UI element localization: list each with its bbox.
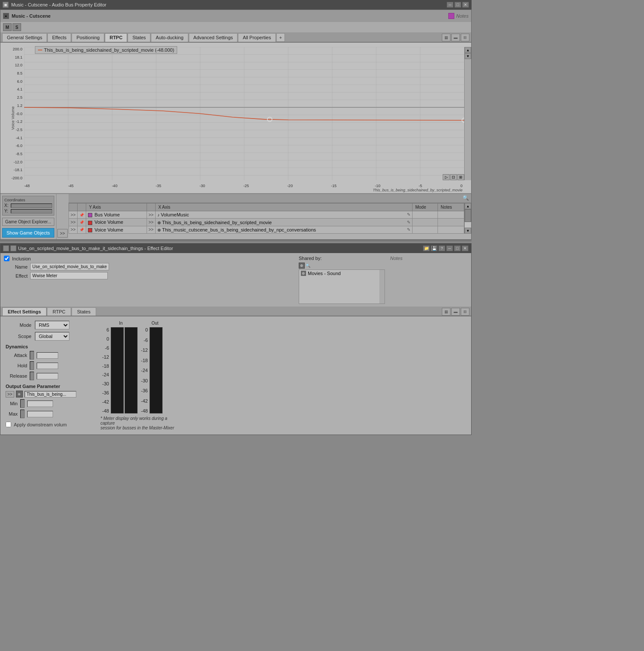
- s-button[interactable]: S: [13, 23, 21, 31]
- min-slider[interactable]: [20, 399, 25, 408]
- table-row[interactable]: >> 📌 Voice Volume >> ⊕ This_music_cutsce…: [69, 226, 464, 233]
- color-indicator[interactable]: [448, 13, 454, 19]
- row1-edit-icon[interactable]: ✎: [407, 212, 410, 217]
- chart-tool-1[interactable]: ▷: [443, 174, 450, 180]
- effect-tab-rtpc[interactable]: RTPC: [47, 307, 71, 316]
- shared-by-label: Shared by:: [299, 256, 385, 261]
- game-object-explorer-button[interactable]: Game Object Explorer...: [2, 218, 54, 226]
- table-scroll-down[interactable]: ▼: [465, 228, 471, 234]
- tab-auto-ducking[interactable]: Auto-ducking: [151, 33, 188, 42]
- tab-rtpc[interactable]: RTPC: [105, 33, 127, 42]
- row1-color: [88, 213, 92, 217]
- row2-notes: [438, 219, 464, 226]
- effect-close-button[interactable]: ✕: [462, 245, 469, 251]
- release-value[interactable]: 0.06: [37, 373, 58, 379]
- row3-edit-icon[interactable]: ✎: [407, 227, 410, 232]
- close-button[interactable]: ✕: [462, 2, 469, 8]
- table-scroll-thumb[interactable]: [465, 209, 471, 222]
- scope-select[interactable]: Global: [35, 332, 69, 341]
- col-y-axis: Y Axis: [86, 203, 147, 211]
- tab-all-properties[interactable]: All Properties: [238, 33, 275, 42]
- table-vscrollbar[interactable]: ▲ ▼: [464, 203, 471, 234]
- shared-item-label: Movies - Sound: [308, 271, 341, 276]
- y-coord-row: Y:: [4, 209, 52, 213]
- effect-view-icon-3[interactable]: ⊞: [461, 308, 469, 316]
- effect-tab-states[interactable]: States: [72, 307, 96, 316]
- effect-minimize-button[interactable]: ─: [446, 245, 453, 251]
- effect-save-button[interactable]: 💾: [431, 245, 438, 251]
- attack-label: Attack: [6, 353, 27, 358]
- chart-tool-2[interactable]: ⊡: [450, 174, 457, 180]
- effect-view-icon-2[interactable]: ▬: [451, 308, 460, 316]
- y-label-2: 2.5: [17, 95, 22, 100]
- max-value[interactable]: 0: [27, 411, 53, 417]
- mode-select[interactable]: RMS: [35, 321, 69, 329]
- effect-header: Inclusion Name Use_on_scripted_movie_bus…: [0, 253, 471, 307]
- main-title: Music - Cutscene - Audio Bus Property Ed…: [11, 2, 106, 7]
- min-value[interactable]: -48: [27, 401, 53, 407]
- param-arrow[interactable]: >>: [6, 391, 14, 397]
- effect-file-button[interactable]: 📁: [423, 245, 430, 251]
- scroll-down-arrow[interactable]: ▼: [465, 53, 471, 59]
- row2-edit-icon[interactable]: ✎: [407, 220, 410, 225]
- apply-downstream-checkbox[interactable]: [6, 422, 11, 427]
- table-row[interactable]: >> 📌 Voice Volume >> ⊕ This_bus_is_being…: [69, 219, 464, 226]
- effect-help-button[interactable]: ?: [438, 245, 445, 251]
- out-bar: [150, 327, 163, 413]
- maximize-button[interactable]: □: [454, 2, 461, 8]
- chart-svg[interactable]: [24, 47, 464, 180]
- show-game-objects-button[interactable]: Show Game Objects: [2, 228, 54, 238]
- x-label-20: -20: [287, 184, 293, 188]
- tab-advanced-settings[interactable]: Advanced Settings: [189, 33, 238, 42]
- name-field-value[interactable]: Use_on_scripted_movie_bus_to_make: [30, 263, 109, 270]
- arrow-column: >>: [56, 194, 69, 239]
- minimize-button[interactable]: ─: [447, 2, 453, 8]
- tab-positioning[interactable]: Positioning: [72, 33, 104, 42]
- effect-maximize-button[interactable]: □: [454, 245, 461, 251]
- mode-row: Mode RMS: [6, 321, 92, 329]
- effect-view-icon-1[interactable]: ▦: [442, 308, 450, 316]
- attack-slider[interactable]: [30, 351, 34, 360]
- shared-scrollbar[interactable]: [379, 270, 385, 304]
- panel-header-right: Notes: [448, 13, 469, 19]
- tab-effects[interactable]: Effects: [47, 33, 71, 42]
- row2-arrow: >>: [69, 219, 78, 226]
- tab-view-icon-1[interactable]: ▦: [442, 34, 450, 41]
- hold-slider[interactable]: [30, 361, 34, 370]
- tab-states[interactable]: States: [128, 33, 150, 42]
- search-icon[interactable]: 🔍: [463, 195, 469, 202]
- y-label-n18: -18.1: [13, 168, 22, 172]
- tab-view-icon-3[interactable]: ⊞: [461, 34, 469, 41]
- tab-view-icon-2[interactable]: ▬: [451, 34, 460, 41]
- hold-value[interactable]: 0: [37, 363, 58, 369]
- m-button[interactable]: M: [3, 23, 12, 31]
- effect-tab-settings[interactable]: Effect Settings: [2, 307, 47, 316]
- tab-general-settings[interactable]: General Settings: [2, 33, 47, 42]
- inclusion-checkbox[interactable]: [4, 256, 9, 261]
- y-label-8: 8.5: [17, 71, 22, 75]
- release-slider[interactable]: [30, 372, 34, 380]
- dynamics-label: Dynamics: [6, 344, 92, 349]
- chart-vscrollbar[interactable]: ▲ ▼: [464, 47, 471, 180]
- table-row[interactable]: >> 📌 Bus Volume >> ♪ VolumeMusic ✎: [69, 211, 464, 219]
- max-slider[interactable]: [20, 410, 25, 418]
- y-slider[interactable]: [11, 209, 52, 213]
- shared-icon: ⊕: [299, 263, 305, 269]
- y-label-4: 4.1: [17, 87, 22, 91]
- chart-tool-3[interactable]: ⊞: [457, 174, 464, 180]
- add-row-button[interactable]: >>: [57, 229, 68, 238]
- attack-value[interactable]: 0.06: [37, 352, 58, 359]
- table-scroll-up[interactable]: ▲: [465, 203, 471, 209]
- min-row: Min -48: [6, 399, 92, 408]
- scroll-up-arrow[interactable]: ▲: [465, 47, 471, 53]
- hold-label: Hold: [6, 363, 27, 368]
- shared-toolbar: ⊕ 🔍: [299, 263, 385, 269]
- shared-search[interactable]: 🔍: [306, 263, 310, 269]
- rtpc-chart[interactable]: 200.0 18.1 12.0 8.5 6.0 4.1 2.5 1.2 -0.0…: [0, 43, 471, 194]
- x-slider[interactable]: [11, 203, 52, 208]
- tab-add[interactable]: +: [276, 33, 285, 42]
- meter-note: * Meter display only works during a capt…: [100, 416, 178, 430]
- row1-arrow2: >>: [147, 211, 156, 219]
- x-label-10: -10: [375, 184, 381, 188]
- in-bar-left: [111, 327, 124, 413]
